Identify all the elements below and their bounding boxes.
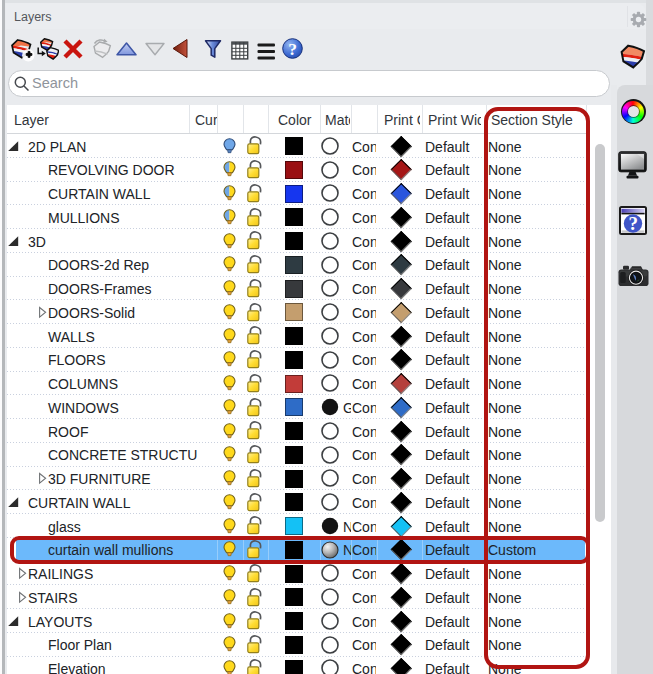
- svg-text:?: ?: [628, 213, 638, 234]
- svg-text:?: ?: [288, 39, 297, 59]
